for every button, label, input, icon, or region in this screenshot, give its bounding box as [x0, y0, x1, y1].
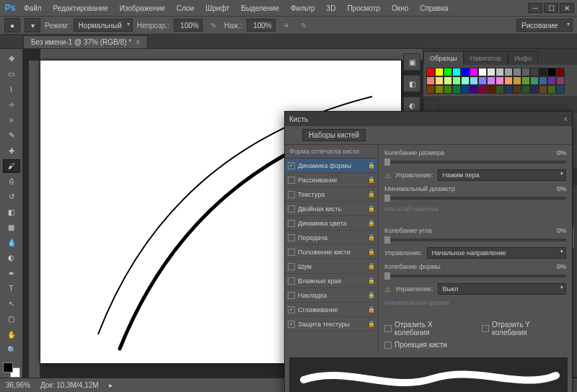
swatch[interactable] [539, 68, 547, 76]
doc-size-info[interactable]: Док: 10,3M/4,12M [40, 381, 99, 389]
checkbox[interactable] [288, 292, 295, 299]
pressure-opacity-icon[interactable]: ✎ [207, 19, 220, 32]
minimize-button[interactable]: ─ [528, 3, 542, 13]
swatch[interactable] [556, 76, 565, 85]
checkbox[interactable] [288, 249, 295, 256]
brush-panel-close-icon[interactable]: × [563, 115, 568, 123]
swatch[interactable] [435, 76, 444, 85]
brush-option-row[interactable]: Влажные края🔒 [285, 274, 378, 288]
dodge-tool[interactable]: ◐ [3, 251, 20, 264]
healing-tool[interactable]: ✚ [3, 143, 20, 157]
color-swatches[interactable] [3, 362, 20, 378]
swatch[interactable] [470, 76, 478, 85]
tab-navigator[interactable]: Навигатор [464, 51, 508, 65]
swatch[interactable] [530, 76, 539, 85]
size-control-select[interactable]: Нажим пера [438, 169, 566, 181]
brush-option-row[interactable]: ✓Сглаживание🔒 [285, 303, 378, 317]
brush-picker-icon[interactable]: ▾ [25, 18, 40, 32]
swatch[interactable] [461, 85, 470, 94]
size-jitter-slider[interactable] [384, 161, 566, 164]
swatch[interactable] [444, 76, 452, 85]
checkbox[interactable]: ✓ [288, 306, 295, 313]
stamp-tool[interactable]: ⎙ [3, 174, 20, 188]
checkbox[interactable] [288, 205, 295, 213]
tab-info[interactable]: Инфо [508, 51, 538, 65]
maximize-button[interactable]: ☐ [544, 3, 558, 13]
lock-icon[interactable]: 🔒 [368, 292, 375, 298]
lock-icon[interactable]: 🔒 [368, 191, 375, 197]
lock-icon[interactable]: 🔒 [368, 162, 375, 169]
flip-x-checkbox[interactable]: Отразить X колебания [384, 321, 469, 337]
swatch[interactable] [513, 85, 521, 94]
menu-view[interactable]: Просмотр [342, 2, 385, 14]
swatch[interactable] [426, 76, 435, 85]
lock-icon[interactable]: 🔒 [368, 321, 375, 327]
brush-option-row[interactable]: Передача🔒 [285, 231, 378, 245]
swatch[interactable] [504, 85, 513, 94]
workspace-select[interactable]: Рисование [516, 19, 573, 32]
opacity-input[interactable]: 100% [174, 19, 203, 32]
swatch[interactable] [495, 76, 504, 85]
checkbox[interactable] [288, 220, 295, 227]
path-select-tool[interactable]: ↖ [3, 297, 20, 311]
swatch[interactable] [513, 68, 521, 76]
airbrush-icon[interactable]: ✈ [280, 19, 293, 32]
brush-option-row[interactable]: Накладка🔒 [285, 288, 378, 303]
brush-option-row[interactable]: Текстура🔒 [285, 187, 378, 202]
checkbox[interactable] [288, 177, 295, 184]
swatch[interactable] [521, 85, 530, 94]
checkbox[interactable]: ✓ [288, 321, 295, 328]
flip-y-checkbox[interactable]: Отразить Y колебания [482, 321, 566, 337]
swatch[interactable] [444, 68, 452, 76]
swatch[interactable] [435, 85, 444, 94]
lock-icon[interactable]: 🔒 [368, 306, 375, 313]
swatch[interactable] [530, 85, 539, 94]
brush-option-row[interactable]: Динамика цвета🔒 [285, 216, 378, 231]
crop-tool[interactable]: ⌗ [3, 113, 20, 127]
swatch[interactable] [461, 76, 470, 85]
roundness-control-select[interactable]: Выкл [438, 283, 566, 295]
menu-window[interactable]: Окно [387, 2, 413, 14]
eraser-tool[interactable]: ◧ [3, 205, 20, 219]
swatch[interactable] [426, 68, 435, 76]
menu-file[interactable]: Файл [19, 2, 47, 14]
move-tool[interactable]: ✥ [3, 52, 20, 66]
swatch[interactable] [452, 85, 461, 94]
brush-option-row[interactable]: Положение кисти🔒 [285, 245, 378, 259]
brush-option-row[interactable]: ✓Защита текстуры🔒 [285, 317, 378, 331]
dock-history-icon[interactable]: ▣ [403, 53, 420, 71]
zoom-level[interactable]: 36,96% [6, 381, 30, 389]
eyedropper-tool[interactable]: ✎ [3, 128, 20, 142]
swatch[interactable] [547, 76, 556, 85]
brush-option-row[interactable]: Рассеивание🔒 [285, 173, 378, 187]
swatch[interactable] [478, 68, 487, 76]
roundness-jitter-slider[interactable] [384, 275, 566, 277]
menu-select[interactable]: Выделение [236, 2, 284, 14]
dock-color-icon[interactable]: ◧ [403, 75, 420, 92]
swatch[interactable] [521, 76, 530, 85]
swatch[interactable] [521, 68, 530, 76]
brush-option-row[interactable]: Шум🔒 [285, 259, 378, 274]
swatch[interactable] [495, 85, 504, 94]
lock-icon[interactable]: 🔒 [368, 263, 375, 270]
brush-projection-checkbox[interactable]: Проекция кисти [384, 341, 566, 349]
checkbox[interactable]: ✓ [288, 162, 295, 169]
swatch[interactable] [539, 76, 547, 85]
status-arrow-icon[interactable]: ▸ [109, 381, 113, 389]
checkbox[interactable] [288, 263, 295, 270]
document-tab[interactable]: Без имени-1 @ 37% (RGB/8) * × [23, 35, 148, 48]
zoom-tool[interactable]: 🔍 [3, 343, 20, 357]
swatch[interactable] [426, 85, 435, 94]
history-brush-tool[interactable]: ↺ [3, 190, 20, 203]
pen-tool[interactable]: ✒ [3, 267, 20, 280]
blend-mode-select[interactable]: Нормальный [74, 19, 133, 32]
hand-tool[interactable]: ✋ [3, 327, 20, 341]
menu-3d[interactable]: 3D [322, 2, 341, 14]
menu-type[interactable]: Шрифт [201, 2, 234, 14]
angle-jitter-slider[interactable] [384, 239, 566, 241]
brush-presets-button[interactable]: Наборы кистей [302, 129, 366, 141]
angle-control-select[interactable]: Начальное направление [427, 247, 566, 259]
swatch[interactable] [452, 68, 461, 76]
tab-close-icon[interactable]: × [136, 38, 140, 46]
swatch[interactable] [478, 85, 487, 94]
